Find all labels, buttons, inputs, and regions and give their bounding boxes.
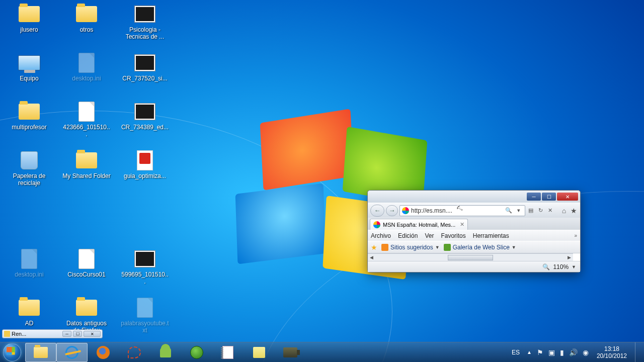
taskbar: ES ▲ ⚑ ▣ ▮ 🔊 ◉ 13:18 20/10/2012 <box>0 342 644 362</box>
globe-icon <box>190 346 203 359</box>
volume-icon[interactable]: 🔊 <box>569 348 578 356</box>
menu-herramientas[interactable]: Herramientas <box>473 232 509 239</box>
desktop-icon-cr737520[interactable]: CR_737520_si... <box>120 53 170 82</box>
desktop-icon-423666[interactable]: 423666_101510... <box>61 102 112 138</box>
dropdown-icon[interactable]: ▾ <box>515 207 523 215</box>
clock[interactable]: 13:18 20/10/2012 <box>594 345 630 359</box>
refresh-icon[interactable]: ↻ <box>536 207 544 215</box>
mini-close-button[interactable]: ✕ <box>84 331 101 337</box>
desktop[interactable]: jluserootrosPsicologia - Tecnicas de ...… <box>0 0 644 362</box>
task-globe-app[interactable] <box>181 343 212 362</box>
home-icon[interactable]: ⌂ <box>560 207 568 215</box>
desktop-icon-psicologia[interactable]: Psicologia - Tecnicas de ... <box>120 4 170 40</box>
fav-sitios-sugeridos[interactable]: Sitios sugeridos ▼ <box>381 244 440 251</box>
close-button[interactable]: ✕ <box>557 193 578 201</box>
icon-label: CR_734389_ed... <box>120 124 170 131</box>
desktop-icon-desktopini1[interactable]: desktop.ini <box>61 53 112 82</box>
pc-icon <box>18 55 40 70</box>
add-favorite-icon[interactable]: ★ <box>371 243 377 251</box>
action-center-icon[interactable]: ⚑ <box>537 348 543 356</box>
desktop-icon-otros[interactable]: otros <box>61 4 112 33</box>
task-snipping-tool[interactable] <box>119 343 150 362</box>
back-button[interactable]: ← <box>370 205 384 217</box>
network-icon[interactable]: ▮ <box>560 348 564 356</box>
menu-edicion[interactable]: Edición <box>398 232 418 239</box>
menu-ver[interactable]: Ver <box>425 232 434 239</box>
task-android[interactable] <box>150 343 181 362</box>
ie-icon <box>64 344 80 360</box>
tab-close-icon[interactable]: ✕ <box>460 221 464 228</box>
zoom-icon[interactable]: 🔍 <box>542 263 550 270</box>
show-desktop-button[interactable] <box>635 342 641 363</box>
zoom-dropdown-icon[interactable]: ▼ <box>572 264 576 269</box>
clock-time: 13:18 <box>597 345 627 352</box>
mini-minimize-button[interactable]: ─ <box>62 331 71 337</box>
fav-web-slice[interactable]: Galería de Web Slice ▼ <box>444 244 516 251</box>
explorer-icon <box>34 347 48 358</box>
stop-icon[interactable]: ✕ <box>546 207 554 215</box>
desktop-icon-ad[interactable]: AD <box>4 298 54 327</box>
desktop-icon-desktopini2[interactable]: desktop.ini <box>4 249 54 278</box>
task-explorer[interactable] <box>25 343 56 362</box>
maximize-button[interactable]: ☐ <box>542 193 556 201</box>
compat-view-icon[interactable]: ▤ <box>527 207 535 215</box>
snip-icon <box>128 346 141 358</box>
folder-icon <box>76 6 97 22</box>
language-indicator[interactable]: ES <box>510 348 522 357</box>
horizontal-scrollbar[interactable]: ◀ ▶ <box>368 253 573 261</box>
desktop-icon-multiprofesor[interactable]: multiprofesor <box>4 102 54 131</box>
background-window-titlebar[interactable]: Ren... ─ ☐ ✕ <box>2 329 103 338</box>
icon-label: CR_737520_si... <box>120 75 170 82</box>
desktop-icon-datosff[interactable]: Datos antiguos de Firefox <box>61 298 112 334</box>
titlebar[interactable]: ─ ☐ ✕ <box>368 191 580 203</box>
address-bar[interactable]: http://es.msn.... 🔍 ▾ <box>399 205 525 216</box>
desktop-icon-guiaopt[interactable]: guia_optimiza... <box>120 150 170 179</box>
folder-icon <box>76 300 97 316</box>
tray-overflow-icon[interactable]: ▲ <box>527 349 532 355</box>
task-firefox[interactable] <box>88 343 119 362</box>
zoom-level[interactable]: 110% <box>553 263 569 270</box>
icon-label: desktop.ini <box>61 75 112 82</box>
start-button[interactable] <box>0 342 24 363</box>
task-sticky-notes[interactable] <box>244 343 275 362</box>
file-icon <box>21 249 37 269</box>
notebook-icon <box>222 346 233 359</box>
task-internet-explorer[interactable] <box>56 343 88 362</box>
icon-label: guia_optimiza... <box>120 172 170 179</box>
scroll-thumb[interactable] <box>448 255 493 260</box>
thumb-icon <box>135 251 155 267</box>
task-camera[interactable] <box>275 343 306 362</box>
desktop-icon-equipo[interactable]: Equipo <box>4 53 54 82</box>
favorites-star-icon[interactable]: ★ <box>570 207 578 215</box>
desktop-icon-599695[interactable]: 599695_101510... <box>120 249 170 285</box>
minimize-button[interactable]: ─ <box>527 193 541 201</box>
android-icon <box>160 347 171 357</box>
icon-label: AD <box>4 320 54 327</box>
browser-tab[interactable]: MSN España: Hotmail, Mes... ✕ <box>370 219 468 230</box>
menu-favoritos[interactable]: Favoritos <box>441 232 465 239</box>
scroll-left-icon[interactable]: ◀ <box>368 254 375 261</box>
scroll-right-icon[interactable]: ▶ <box>566 254 573 261</box>
ie-window: ─ ☐ ✕ ← → http://es.msn.... 🔍 ▾ ▤ ↻ ✕ ⌂ … <box>367 190 581 273</box>
tab-bar: MSN España: Hotmail, Mes... ✕ <box>368 218 580 230</box>
mini-maximize-button[interactable]: ☐ <box>73 331 82 337</box>
desktop-icon-cisco[interactable]: CiscoCurso01 <box>61 249 112 278</box>
site-favicon-icon <box>402 207 409 214</box>
menu-overflow-icon[interactable]: » <box>574 233 577 238</box>
start-orb-icon <box>3 343 21 361</box>
search-icon[interactable]: 🔍 <box>505 207 513 215</box>
desktop-icon-myshared[interactable]: My Shared Folder <box>61 150 112 179</box>
tray-app-icon[interactable]: ◉ <box>583 348 589 356</box>
task-onenote[interactable] <box>212 343 244 362</box>
file-icon <box>78 249 95 269</box>
icon-label: Psicologia - Tecnicas de ... <box>120 26 170 40</box>
icon-label: Papelera de reciclaje <box>4 172 54 187</box>
desktop-icon-palabras[interactable]: palabrasyoutube.txt <box>120 298 170 334</box>
menu-archivo[interactable]: Archivo <box>371 232 391 239</box>
desktop-icon-jlusero[interactable]: jlusero <box>4 4 54 33</box>
desktop-icon-papelera[interactable]: Papelera de reciclaje <box>4 150 54 187</box>
desktop-icon-cr734389[interactable]: CR_734389_ed... <box>120 102 170 131</box>
icon-label: My Shared Folder <box>61 172 112 179</box>
forward-button[interactable]: → <box>386 205 398 216</box>
battery-icon[interactable]: ▣ <box>548 348 555 356</box>
